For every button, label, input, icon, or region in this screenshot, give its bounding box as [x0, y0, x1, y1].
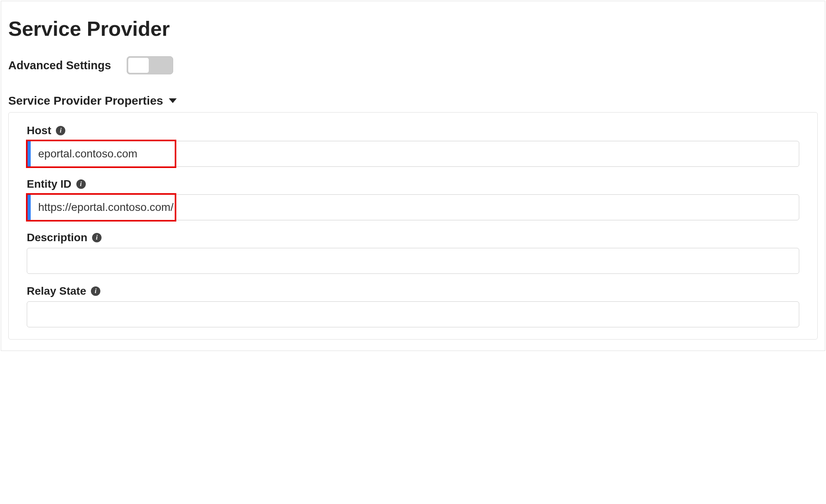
relay-state-label: Relay State — [27, 285, 86, 297]
description-label-row: Description i — [27, 231, 799, 244]
host-label-row: Host i — [27, 124, 799, 137]
relay-state-field-group: Relay State i — [27, 285, 799, 327]
host-input[interactable] — [27, 141, 799, 167]
host-field-group: Host i — [27, 124, 799, 167]
description-label: Description — [27, 231, 87, 244]
page-title: Service Provider — [8, 17, 818, 41]
host-input-wrap — [27, 141, 799, 167]
entity-id-input-wrap — [27, 194, 799, 220]
advanced-settings-toggle[interactable] — [127, 56, 173, 74]
advanced-settings-label: Advanced Settings — [8, 59, 111, 72]
service-provider-properties-header[interactable]: Service Provider Properties — [8, 94, 818, 107]
host-label: Host — [27, 124, 51, 137]
info-icon[interactable]: i — [56, 126, 65, 135]
entity-id-field-group: Entity ID i — [27, 178, 799, 220]
info-icon[interactable]: i — [92, 233, 102, 242]
properties-panel: Host i Entity ID i Description — [8, 112, 818, 340]
toggle-knob — [128, 57, 149, 73]
section-title: Service Provider Properties — [8, 94, 163, 107]
relay-state-label-row: Relay State i — [27, 285, 799, 297]
description-input[interactable] — [27, 248, 799, 274]
service-provider-container: Service Provider Advanced Settings Servi… — [1, 1, 825, 351]
info-icon[interactable]: i — [91, 286, 100, 296]
entity-id-label-row: Entity ID i — [27, 178, 799, 190]
description-field-group: Description i — [27, 231, 799, 274]
chevron-down-icon — [169, 98, 177, 103]
entity-id-input[interactable] — [27, 194, 799, 220]
info-icon[interactable]: i — [76, 179, 86, 189]
entity-id-label: Entity ID — [27, 178, 72, 190]
advanced-settings-row: Advanced Settings — [8, 56, 818, 74]
relay-state-input[interactable] — [27, 301, 799, 327]
